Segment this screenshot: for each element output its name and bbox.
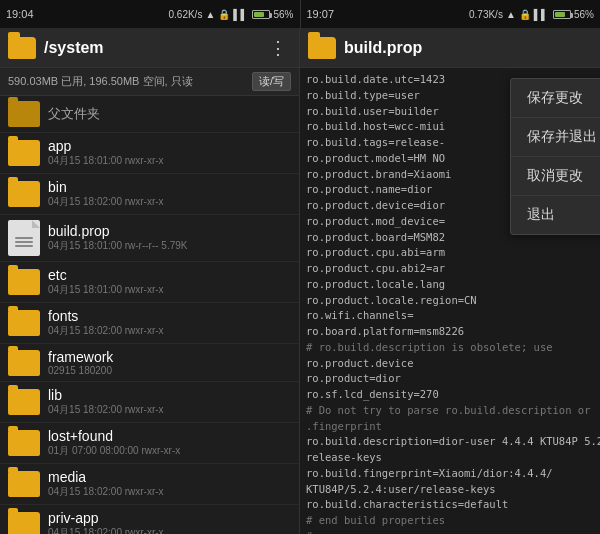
right-wifi-icon: 🔒 — [519, 9, 531, 20]
rw-badge[interactable]: 读/写 — [252, 72, 291, 91]
left-signal-bars-icon: ▌▌ — [233, 9, 247, 20]
system-folder-icon — [8, 37, 36, 59]
left-speed: 0.62K/s — [168, 9, 202, 20]
context-menu-item[interactable]: 退出 — [511, 196, 600, 234]
file-name: app — [48, 138, 291, 154]
context-menu-item[interactable]: 保存并退出 — [511, 118, 600, 157]
text-line: ro.product.device — [306, 356, 600, 372]
file-meta: 04月15 18:01:00 rwxr-xr-x — [48, 283, 291, 297]
list-item[interactable]: app 04月15 18:01:00 rwxr-xr-x — [0, 133, 299, 174]
file-info: etc 04月15 18:01:00 rwxr-xr-x — [48, 267, 291, 297]
list-item[interactable]: build.prop 04月15 18:01:00 rw-r--r-- 5.79… — [0, 215, 299, 262]
file-name: priv-app — [48, 510, 291, 526]
file-info: media 04月15 18:02:00 rwxr-xr-x — [48, 469, 291, 499]
file-meta: 04月15 18:02:00 rwxr-xr-x — [48, 403, 291, 417]
context-menu-item[interactable]: 保存更改 — [511, 79, 600, 118]
text-line: ro.product=dior — [306, 371, 600, 387]
left-status-icons: 0.62K/s ▲ 🔒 ▌▌ 56% — [168, 9, 293, 20]
text-line: ro.build.description=dior-user 4.4.4 KTU… — [306, 434, 600, 450]
text-line: # Do not try to parse ro.build.descripti… — [306, 403, 600, 419]
text-line: # — [306, 529, 600, 534]
text-line: ro.product.cpu.abi2=ar — [306, 261, 600, 277]
folder-icon — [8, 471, 40, 497]
folder-icon — [8, 512, 40, 534]
file-info: app 04月15 18:01:00 rwxr-xr-x — [48, 138, 291, 168]
list-item[interactable]: fonts 04月15 18:02:00 rwxr-xr-x — [0, 303, 299, 344]
list-item[interactable]: lib 04月15 18:02:00 rwxr-xr-x — [0, 382, 299, 423]
right-signal-bars-icon: ▌▌ — [534, 9, 548, 20]
file-info: framework 02915 180200 — [48, 349, 291, 376]
file-meta: 04月15 18:02:00 rwxr-xr-x — [48, 485, 291, 499]
list-item[interactable]: media 04月15 18:02:00 rwxr-xr-x — [0, 464, 299, 505]
context-menu: 保存更改保存并退出取消更改退出 — [510, 78, 600, 235]
status-bars: 19:04 0.62K/s ▲ 🔒 ▌▌ 56% 19:07 0.73K/s ▲… — [0, 0, 600, 28]
left-menu-button[interactable]: ⋮ — [265, 37, 291, 59]
file-name: etc — [48, 267, 291, 283]
right-panel: build.prop ⋮ ro.build.date.utc=1423ro.bu… — [300, 28, 600, 534]
right-panel-title: build.prop — [344, 39, 588, 57]
left-battery-icon — [252, 10, 270, 19]
text-line: release-keys — [306, 450, 600, 466]
build-prop-folder-icon — [308, 37, 336, 59]
file-info: bin 04月15 18:02:00 rwxr-xr-x — [48, 179, 291, 209]
context-menu-item[interactable]: 取消更改 — [511, 157, 600, 196]
file-meta: 04月15 18:01:00 rw-r--r-- 5.79K — [48, 239, 291, 253]
left-panel: /system ⋮ 590.03MB 已用, 196.50MB 空间, 只读 读… — [0, 28, 300, 534]
file-info: build.prop 04月15 18:01:00 rw-r--r-- 5.79… — [48, 223, 291, 253]
right-battery-pct: 56% — [574, 9, 594, 20]
file-name: lost+found — [48, 428, 291, 444]
file-info: lost+found 01月 07:00 08:00:00 rwxr-xr-x — [48, 428, 291, 458]
right-menu-button[interactable]: ⋮ — [588, 37, 600, 59]
left-panel-header: /system ⋮ — [0, 28, 299, 68]
file-name: lib — [48, 387, 291, 403]
left-panel-title: /system — [44, 39, 265, 57]
folder-icon — [8, 389, 40, 415]
file-list[interactable]: 父文件夹 app 04月15 18:01:00 rwxr-xr-x bin 04… — [0, 96, 299, 534]
file-meta: 02915 180200 — [48, 365, 291, 376]
folder-icon — [8, 269, 40, 295]
folder-icon — [8, 430, 40, 456]
main-panels: /system ⋮ 590.03MB 已用, 196.50MB 空间, 只读 读… — [0, 28, 600, 534]
file-meta: 04月15 18:02:00 rwxr-xr-x — [48, 526, 291, 534]
file-meta: 04月15 18:02:00 rwxr-xr-x — [48, 324, 291, 338]
text-line: ro.product.locale.region=CN — [306, 293, 600, 309]
text-line: # end build properties — [306, 513, 600, 529]
file-name: build.prop — [48, 223, 291, 239]
file-name: 父文件夹 — [48, 105, 291, 123]
file-name: fonts — [48, 308, 291, 324]
storage-text: 590.03MB 已用, 196.50MB 空间, 只读 — [8, 74, 193, 89]
right-status-bar: 19:07 0.73K/s ▲ 🔒 ▌▌ 56% — [300, 0, 601, 28]
list-item[interactable]: 父文件夹 — [0, 96, 299, 133]
left-battery-pct: 56% — [273, 9, 293, 20]
folder-icon — [8, 181, 40, 207]
text-line: ro.board.platform=msm8226 — [306, 324, 600, 340]
left-wifi-icon: 🔒 — [218, 9, 230, 20]
list-item[interactable]: priv-app 04月15 18:02:00 rwxr-xr-x — [0, 505, 299, 534]
file-name: media — [48, 469, 291, 485]
file-info: priv-app 04月15 18:02:00 rwxr-xr-x — [48, 510, 291, 534]
text-line: # ro.build.description is obsolete; use — [306, 340, 600, 356]
file-info: fonts 04月15 18:02:00 rwxr-xr-x — [48, 308, 291, 338]
text-line: ro.build.fingerprint=Xiaomi/dior:4.4.4/ — [306, 466, 600, 482]
list-item[interactable]: framework 02915 180200 — [0, 344, 299, 382]
file-meta: 04月15 18:02:00 rwxr-xr-x — [48, 195, 291, 209]
right-status-icons: 0.73K/s ▲ 🔒 ▌▌ 56% — [469, 9, 594, 20]
text-line: ro.sf.lcd_density=270 — [306, 387, 600, 403]
left-status-bar: 19:04 0.62K/s ▲ 🔒 ▌▌ 56% — [0, 0, 300, 28]
text-line: ro.build.characteristics=default — [306, 497, 600, 513]
text-line: KTU84P/5.2.4:user/release-keys — [306, 482, 600, 498]
file-meta: 01月 07:00 08:00:00 rwxr-xr-x — [48, 444, 291, 458]
file-info: 父文件夹 — [48, 105, 291, 123]
right-speed: 0.73K/s — [469, 9, 503, 20]
file-info: lib 04月15 18:02:00 rwxr-xr-x — [48, 387, 291, 417]
file-meta: 04月15 18:01:00 rwxr-xr-x — [48, 154, 291, 168]
list-item[interactable]: etc 04月15 18:01:00 rwxr-xr-x — [0, 262, 299, 303]
list-item[interactable]: bin 04月15 18:02:00 rwxr-xr-x — [0, 174, 299, 215]
right-time: 19:07 — [307, 8, 335, 20]
folder-icon — [8, 310, 40, 336]
text-line: ro.product.cpu.abi=arm — [306, 245, 600, 261]
left-signal-icon: ▲ — [205, 9, 215, 20]
list-item[interactable]: lost+found 01月 07:00 08:00:00 rwxr-xr-x — [0, 423, 299, 464]
file-icon — [8, 220, 40, 256]
text-line: ro.wifi.channels= — [306, 308, 600, 324]
